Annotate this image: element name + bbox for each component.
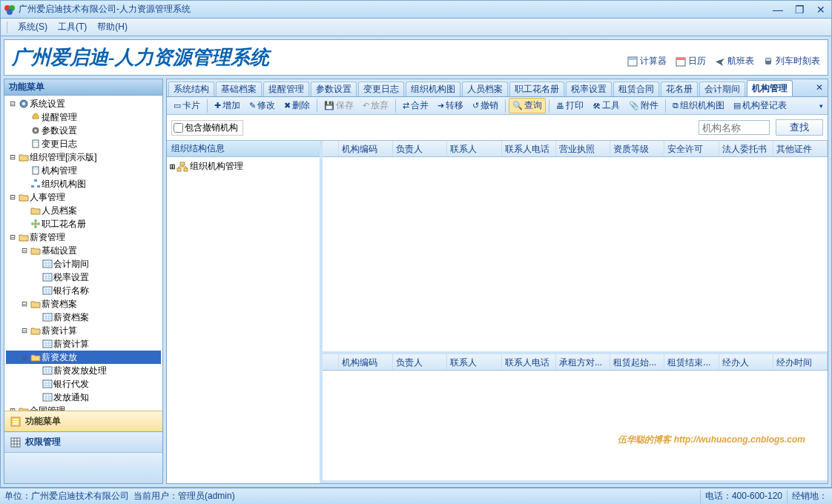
function-tree[interactable]: ⊟系统设置 提醒管理 参数设置 变更日志⊟组织管理[演示版] 机构管理 组织机构… [4, 96, 162, 411]
link-calendar[interactable]: 日历 [676, 55, 706, 67]
tab-1[interactable]: 基础档案 [216, 82, 262, 96]
tree-item[interactable]: ⊟系统设置 [6, 97, 161, 110]
toolbar-tool-button[interactable]: 🛠工具 [589, 98, 624, 113]
tree-toggle-icon[interactable] [19, 205, 30, 216]
tree-toggle-icon[interactable]: ⊟ [7, 99, 18, 109]
tab-4[interactable]: 变更日志 [358, 82, 404, 96]
column-header[interactable]: 租赁结束... [664, 354, 719, 370]
tab-8[interactable]: 税率设置 [566, 82, 612, 96]
tree-toggle-icon[interactable]: ⊞ [7, 405, 18, 411]
nav-function-menu[interactable]: 功能菜单 [4, 411, 162, 431]
tab-10[interactable]: 花名册 [661, 82, 698, 96]
tab-9[interactable]: 租赁合同 [613, 82, 659, 96]
tree-item[interactable]: 银行代发 [6, 377, 161, 391]
grid-upper-body[interactable] [323, 157, 828, 351]
tree-toggle-icon[interactable] [19, 165, 30, 176]
toolbar-revoke-button[interactable]: ↺撤销 [469, 98, 502, 113]
tree-toggle-icon[interactable] [19, 219, 30, 229]
tree-toggle-icon[interactable] [19, 179, 30, 189]
grid-lower-body[interactable] [323, 371, 828, 480]
tree-item[interactable]: 参数设置 [6, 124, 161, 137]
tree-toggle-icon[interactable] [31, 365, 42, 376]
include-revoked-checkbox[interactable]: 包含撤销机构 [171, 120, 243, 136]
column-header[interactable]: 法人委托书 [719, 141, 773, 156]
column-header[interactable]: 其他证件 [773, 141, 828, 156]
toolbar-del-button[interactable]: ✖删除 [280, 98, 314, 113]
column-header[interactable]: 资质等级 [610, 141, 664, 156]
tree-toggle-icon[interactable] [31, 259, 42, 269]
column-header[interactable]: 联系人电话 [502, 141, 556, 156]
tree-item[interactable]: 税率设置 [6, 271, 161, 284]
tree-item[interactable]: 薪资发放处理 [6, 364, 161, 377]
tree-item[interactable]: ⊞合同管理 [6, 404, 161, 411]
org-tree-root[interactable]: ⊞ 组织机构管理 [170, 160, 317, 173]
tree-item[interactable]: ⊟基础设置 [6, 244, 161, 257]
tree-toggle-icon[interactable]: ⊟ [19, 299, 30, 309]
tab-5[interactable]: 组织机构图 [406, 82, 460, 96]
maximize-button[interactable]: ❐ [792, 4, 808, 16]
column-header[interactable]: 营业执照 [556, 141, 610, 156]
tree-item[interactable]: 会计期间 [6, 257, 161, 271]
tree-toggle-icon[interactable]: ⊟ [19, 245, 30, 256]
column-header[interactable]: 联系人 [447, 354, 501, 370]
column-header[interactable]: 联系人电话 [502, 354, 556, 370]
tree-item[interactable]: ⊟薪资计算 [6, 324, 161, 337]
tree-item[interactable]: ⊟薪资管理 [6, 231, 161, 244]
nav-permission[interactable]: 权限管理 [4, 431, 162, 452]
tree-toggle-icon[interactable] [19, 125, 30, 136]
toolbar-merge-button[interactable]: ⇄合并 [399, 98, 432, 113]
toolbar-overflow-icon[interactable]: ▾ [818, 101, 825, 111]
tree-toggle-icon[interactable]: ⊟ [7, 232, 18, 242]
tree-toggle-icon[interactable] [31, 379, 42, 389]
tree-toggle-icon[interactable] [31, 339, 42, 349]
link-trains[interactable]: 列车时刻表 [763, 55, 820, 67]
tab-close-icon[interactable]: ✕ [816, 82, 823, 93]
tree-item[interactable]: 发放通知 [6, 391, 161, 404]
column-header[interactable]: 机构编码 [339, 354, 393, 370]
tree-toggle-icon[interactable]: ⊟ [7, 192, 18, 202]
tree-item[interactable]: 变更日志 [6, 137, 161, 150]
toolbar-print-button[interactable]: 🖶打印 [552, 98, 587, 113]
tree-toggle-icon[interactable] [31, 272, 42, 282]
toolbar-move-button[interactable]: ➔转移 [434, 98, 467, 113]
tree-item[interactable]: 组织机构图 [6, 177, 161, 190]
column-header[interactable]: 负责人 [393, 141, 447, 156]
toolbar-orgchart-button[interactable]: ⧉组织机构图 [669, 98, 728, 113]
tree-toggle-icon[interactable] [31, 392, 42, 402]
toolbar-add-button[interactable]: ✚增加 [211, 98, 244, 113]
tree-toggle-icon[interactable] [19, 139, 30, 149]
expand-icon[interactable]: ⊞ [170, 162, 175, 172]
search-button[interactable]: 查找 [776, 119, 823, 136]
toolbar-card-button[interactable]: ▭卡片 [170, 98, 204, 113]
column-header[interactable]: 承租方对... [556, 354, 610, 370]
column-header[interactable]: 经办时间 [773, 354, 828, 370]
tab-2[interactable]: 提醒管理 [263, 82, 309, 96]
tree-item[interactable]: 银行名称 [6, 284, 161, 297]
toolbar-search-button[interactable]: 🔍查询 [509, 98, 546, 113]
tree-toggle-icon[interactable] [31, 312, 42, 322]
link-calculator[interactable]: 计算器 [627, 55, 667, 67]
tab-6[interactable]: 人员档案 [462, 82, 508, 96]
tree-item[interactable]: ⊟薪资档案 [6, 297, 161, 311]
menu-help[interactable]: 帮助(H) [97, 21, 128, 33]
tab-3[interactable]: 参数设置 [311, 82, 357, 96]
tree-item[interactable]: ⊟人事管理 [6, 190, 161, 204]
column-header[interactable]: 租赁起始... [610, 354, 664, 370]
column-header[interactable]: 联系人 [447, 141, 501, 156]
tree-item[interactable]: 薪资计算 [6, 337, 161, 351]
tree-toggle-icon[interactable] [19, 112, 30, 122]
tree-toggle-icon[interactable]: ⊟ [19, 325, 30, 336]
tree-item[interactable]: 提醒管理 [6, 110, 161, 124]
tree-item[interactable]: ⊟组织管理[演示版] [6, 150, 161, 164]
column-header[interactable]: 机构编码 [339, 141, 393, 156]
tree-item[interactable]: 职工花名册 [6, 217, 161, 231]
column-header[interactable]: 安全许可 [664, 141, 719, 156]
tree-item[interactable]: 机构管理 [6, 164, 161, 177]
tab-12[interactable]: 机构管理 [747, 80, 793, 96]
toolbar-attach-button[interactable]: 📎附件 [625, 98, 662, 113]
toolbar-edit-button[interactable]: ✎修改 [245, 98, 279, 113]
toolbar-reg-button[interactable]: ▤机构登记表 [730, 98, 790, 113]
tree-item[interactable]: 人员档案 [6, 204, 161, 217]
tree-toggle-icon[interactable]: ⊟ [19, 352, 30, 362]
tree-toggle-icon[interactable] [31, 285, 42, 296]
